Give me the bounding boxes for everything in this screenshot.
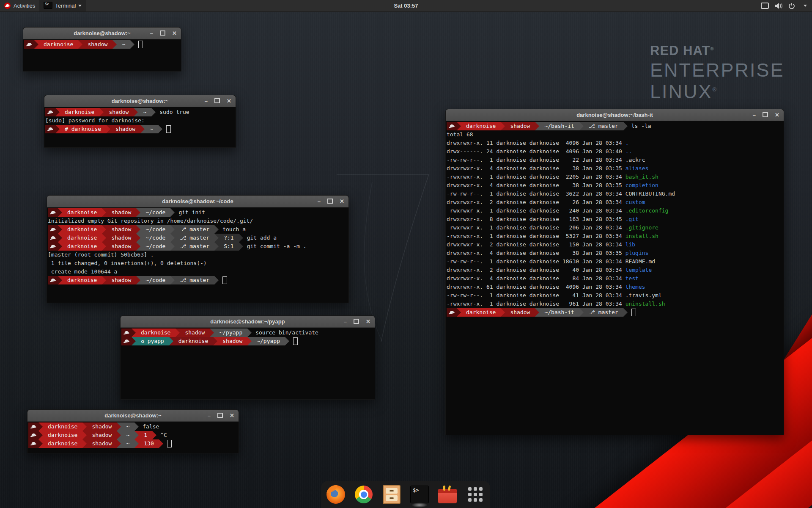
terminal-line: drwxrwxr-x. 2 darknoise darknoise 40 Jan… (447, 266, 784, 274)
powerline-arrow-icon (82, 439, 87, 448)
terminal-line: # darknoiseshadow~ (45, 125, 236, 133)
close-button[interactable]: ✕ (775, 112, 779, 118)
seg-path: ~/code (140, 242, 170, 251)
terminal-window: darknoise@shadow:~ – ✕ darknoiseshadow~s… (44, 95, 236, 148)
dock-item-files[interactable] (382, 485, 401, 504)
system-menu-caret-icon[interactable] (804, 5, 807, 7)
terminal-content[interactable]: darknoiseshadow~falsedarknoiseshadow~1^C… (27, 422, 239, 453)
seg-err: 130 (139, 439, 159, 448)
dock-item-firefox[interactable] (326, 485, 346, 504)
close-button[interactable]: ✕ (172, 30, 177, 36)
seg-path: ~ (117, 40, 130, 49)
dock-item-chrome[interactable] (354, 485, 373, 504)
window-titlebar[interactable]: darknoise@shadow:~/code – ✕ (47, 196, 348, 207)
window-titlebar[interactable]: darknoise@shadow:~/pyapp – ✕ (121, 316, 375, 328)
powerline-arrow-icon (214, 276, 219, 284)
maximize-button[interactable] (217, 413, 223, 419)
app-menu-terminal[interactable]: $> Terminal (39, 0, 86, 11)
seg-exec: .gitignore (625, 224, 658, 232)
powerline-arrow-icon (58, 225, 62, 234)
powerline-arrow-icon (210, 329, 214, 337)
seg-path: ~ (121, 439, 134, 448)
seg-path: ~ (145, 125, 158, 133)
minimize-button[interactable]: – (318, 199, 321, 204)
seg-cmd: ^C (156, 431, 167, 439)
seg-host: shadow (505, 122, 535, 130)
window-titlebar[interactable]: darknoise@shadow:~ – ✕ (44, 95, 236, 107)
powerline-arrow-icon (579, 122, 584, 130)
firefox-icon (326, 485, 345, 504)
top-bar: Activities $> Terminal Sat 03:57 (0, 0, 812, 12)
powerline-arrow-icon (58, 276, 62, 284)
minimize-button[interactable]: – (205, 98, 208, 104)
terminal-content[interactable]: darknoiseshadow~/pyappsource bin/activat… (121, 328, 375, 399)
seg-user2: shadow (217, 337, 247, 345)
seg-cursor (293, 337, 298, 345)
minimize-button[interactable]: – (150, 30, 153, 36)
powerline-arrow-icon (82, 422, 87, 431)
seg-cmd: git init (175, 208, 205, 217)
maximize-button[interactable] (354, 319, 359, 325)
maximize-button[interactable] (160, 30, 165, 36)
window-titlebar[interactable]: darknoise@shadow:~ – ✕ (27, 410, 239, 422)
seg-path: ~/code (140, 208, 170, 217)
volume-icon[interactable] (775, 3, 782, 9)
terminal-content[interactable]: darknoiseshadow~sudo true[sudo] password… (44, 107, 236, 147)
powerline-arrow-icon (501, 122, 505, 130)
seg-plain: README.md (625, 257, 655, 266)
powerline-arrow-icon (132, 337, 136, 345)
seg-err: 1 (139, 431, 152, 439)
dock-item-app-grid[interactable] (466, 485, 485, 504)
powerline-arrow-icon (58, 242, 62, 251)
power-icon[interactable] (788, 3, 795, 9)
minimize-button[interactable]: – (753, 112, 756, 118)
window-titlebar[interactable]: darknoise@shadow:~ – ✕ (23, 28, 181, 39)
terminal-line: -rw-rw-r--. 1 darknoise darknoise 3622 J… (447, 190, 784, 198)
terminal-icon: $> (410, 486, 429, 503)
dock-item-toolbox[interactable] (438, 485, 457, 504)
seg-git: ⎇ master (175, 234, 214, 242)
minimize-button[interactable]: – (344, 319, 347, 324)
powerline-arrow-icon (136, 208, 140, 217)
maximize-button[interactable] (763, 112, 768, 118)
maximize-button[interactable] (214, 98, 220, 104)
clock-area: Sat 03:57 (0, 3, 812, 9)
terminal-content[interactable]: darknoiseshadow~/codegit initInitialized… (47, 207, 348, 303)
seg-cursor (222, 276, 227, 284)
powerline-arrow-icon (535, 308, 539, 317)
close-button[interactable]: ✕ (366, 319, 370, 324)
seg-user: darknoise (38, 40, 78, 49)
terminal-window: darknoise@shadow:~ – ✕ darknoiseshadow~ (23, 27, 181, 72)
terminal-line: darknoiseshadow~/bash-it⎇ master (447, 308, 784, 317)
activities-button[interactable]: Activities (0, 0, 39, 11)
seg-hat (45, 108, 55, 116)
display-icon[interactable] (761, 3, 769, 9)
powerline-arrow-icon (623, 308, 628, 317)
seg-host: shadow (110, 125, 140, 133)
clock[interactable]: Sat 03:57 (394, 3, 418, 9)
powerline-arrow-icon (38, 431, 43, 439)
powerline-arrow-icon (170, 208, 175, 217)
app-menu-label: Terminal (55, 3, 76, 9)
seg-out: -rw-rw-r--. 1 darknoise darknoise 22 Jan… (447, 156, 625, 164)
seg-exec: install.sh (625, 232, 658, 240)
powerline-arrow-icon (170, 234, 175, 242)
powerline-arrow-icon (170, 242, 175, 251)
seg-dir: completion (625, 181, 658, 190)
seg-out: -rw-rw-r--. 1 darknoise darknoise 3622 J… (447, 190, 625, 198)
terminal-content[interactable]: darknoiseshadow~/bash-it⎇ masterls -lato… (446, 121, 784, 435)
seg-out: drwxrwxr-x. 2 darknoise darknoise 40 Jan… (447, 266, 625, 274)
close-button[interactable]: ✕ (230, 413, 234, 418)
seg-hat (28, 439, 38, 448)
close-button[interactable]: ✕ (340, 199, 344, 204)
window-titlebar[interactable]: darknoise@shadow:~/bash-it – ✕ (446, 109, 784, 121)
seg-hat (48, 276, 58, 284)
dock-item-terminal[interactable]: $> (410, 485, 429, 504)
close-button[interactable]: ✕ (227, 98, 231, 104)
powerline-arrow-icon (213, 337, 217, 345)
terminal-content[interactable]: darknoiseshadow~ (23, 39, 181, 71)
minimize-button[interactable]: – (208, 413, 211, 418)
maximize-button[interactable] (327, 199, 333, 204)
seg-out: -rwxrwxr-x. 1 darknoise darknoise 961 Ja… (447, 300, 625, 308)
seg-out: drwxrwxr-x. 8 darknoise darknoise 163 Ja… (447, 215, 625, 224)
